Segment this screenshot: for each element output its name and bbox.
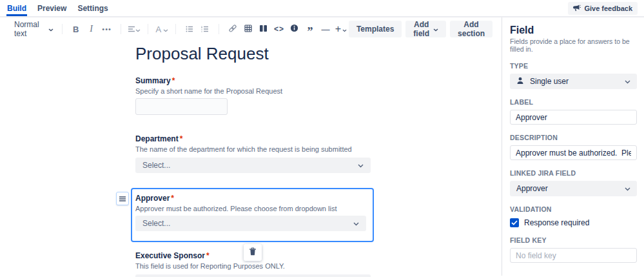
type-dropdown[interactable]: Single user <box>510 74 637 89</box>
quote-button[interactable]: ” <box>304 22 317 36</box>
chevron-down-icon <box>353 219 359 228</box>
validation-section-label: VALIDATION <box>510 205 637 213</box>
give-feedback-button[interactable]: Give feedback <box>568 2 638 15</box>
linked-jira-field-value: Approver <box>516 184 548 193</box>
tab-settings-label: Settings <box>77 4 108 13</box>
form-title[interactable]: Proposal Request <box>135 44 502 63</box>
more-formatting-button[interactable]: ••• <box>101 22 113 36</box>
description-section-label: DESCRIPTION <box>510 134 637 141</box>
templates-label: Templates <box>356 25 394 34</box>
divider-button[interactable]: — <box>319 22 332 36</box>
tab-settings[interactable]: Settings <box>77 0 108 16</box>
text-align-icon <box>128 25 135 34</box>
field-properties-panel: Field Fields provide a place for answers… <box>502 17 644 276</box>
field-description: Approver must be authorized. Please choo… <box>135 205 373 212</box>
bullet-list-icon <box>186 25 193 34</box>
numbered-list-icon <box>201 25 209 34</box>
label-input[interactable] <box>510 110 637 125</box>
form-field-department[interactable]: Department* The name of the department f… <box>135 134 371 173</box>
tab-build[interactable]: Build <box>6 0 27 16</box>
link-icon <box>228 24 237 35</box>
response-required-row: Response required <box>510 218 637 227</box>
chevron-down-icon <box>163 25 168 34</box>
response-required-label: Response required <box>524 218 589 227</box>
bold-button[interactable]: B <box>70 22 83 36</box>
approver-select[interactable]: Select... <box>135 216 366 231</box>
add-section-button[interactable]: Add section <box>450 21 493 37</box>
linked-jira-field-dropdown[interactable]: Approver <box>510 181 637 196</box>
toolbar-divider <box>148 24 148 34</box>
bullet-list-button[interactable] <box>183 22 196 36</box>
add-field-label: Add field <box>413 20 429 38</box>
toolbar-divider <box>121 24 121 34</box>
required-marker: * <box>180 134 183 143</box>
italic-button[interactable]: I <box>85 22 98 36</box>
toolbar-divider <box>219 24 219 34</box>
link-button[interactable] <box>226 22 239 36</box>
required-marker: * <box>171 194 174 203</box>
chevron-down-icon <box>625 77 630 86</box>
form-canvas: Proposal Request Summary* Specify a shor… <box>0 44 502 277</box>
field-label: Summary* <box>135 76 371 85</box>
bold-icon: B <box>73 25 79 34</box>
form-editor: Normal text B I ••• A <box>0 17 502 276</box>
department-select[interactable]: Select... <box>135 158 371 173</box>
text-style-dropdown[interactable]: Normal text <box>12 19 56 39</box>
delete-field-button[interactable] <box>244 244 262 261</box>
form-builder-page: Build Preview Settings Give feedback Nor… <box>0 0 644 277</box>
more-formatting-icon: ••• <box>102 25 112 33</box>
toolbar-divider <box>62 24 63 34</box>
text-color-icon: A <box>155 25 161 34</box>
field-key-input[interactable] <box>510 248 637 263</box>
tab-preview[interactable]: Preview <box>37 0 67 16</box>
select-placeholder: Select... <box>142 219 170 228</box>
add-section-label: Add section <box>458 20 485 38</box>
label-section-label: LABEL <box>510 98 637 106</box>
chevron-down-icon <box>342 23 347 35</box>
add-field-button[interactable]: Add field <box>405 21 446 37</box>
chevron-down-icon <box>135 25 141 34</box>
panel-title: Field <box>510 25 637 36</box>
info-panel-button[interactable] <box>288 22 301 36</box>
required-marker: * <box>206 251 210 260</box>
toolbar-divider <box>175 24 176 34</box>
drag-handle-icon <box>119 194 126 203</box>
field-key-section-label: FIELD KEY <box>510 236 637 244</box>
quote-icon: ” <box>307 28 313 35</box>
info-icon <box>290 24 298 34</box>
required-marker: * <box>172 76 175 85</box>
table-button[interactable] <box>242 22 255 36</box>
layout-button[interactable] <box>257 22 270 36</box>
chevron-down-icon <box>48 25 54 34</box>
text-color-button[interactable]: A <box>155 22 168 36</box>
chevron-down-icon <box>358 161 364 170</box>
description-input[interactable] <box>510 145 637 160</box>
response-required-checkbox[interactable] <box>510 218 519 227</box>
field-label: Approver* <box>135 194 373 203</box>
templates-button[interactable]: Templates <box>349 21 402 37</box>
editor-toolbar: Normal text B I ••• A <box>0 19 502 39</box>
trash-icon <box>249 247 257 258</box>
divider-icon: — <box>321 25 329 34</box>
field-label: Department* <box>135 134 371 143</box>
single-user-icon <box>516 77 524 87</box>
text-style-value: Normal text <box>14 20 44 38</box>
code-block-button[interactable]: <> <box>273 22 286 36</box>
insert-more-button[interactable]: + <box>335 22 347 36</box>
numbered-list-button[interactable] <box>199 22 211 36</box>
italic-icon: I <box>90 24 93 34</box>
linked-jira-field-section-label: LINKED JIRA FIELD <box>510 169 637 177</box>
panel-subtitle: Fields provide a place for answers to be… <box>510 37 637 53</box>
form-field-approver-selected[interactable]: Approver* Approver must be authorized. P… <box>131 188 374 242</box>
select-placeholder: Select... <box>142 161 170 170</box>
plus-icon: + <box>335 23 341 35</box>
chevron-down-icon <box>433 25 438 34</box>
text-align-button[interactable] <box>128 22 141 36</box>
executive-sponsor-select[interactable]: Select... <box>135 274 371 277</box>
form-field-summary[interactable]: Summary* Specify a short name for the Pr… <box>135 76 371 115</box>
chevron-down-icon <box>625 184 630 193</box>
type-value: Single user <box>530 77 569 86</box>
megaphone-icon <box>573 5 581 13</box>
summary-text-input[interactable] <box>135 98 228 115</box>
drag-handle[interactable] <box>116 192 129 205</box>
